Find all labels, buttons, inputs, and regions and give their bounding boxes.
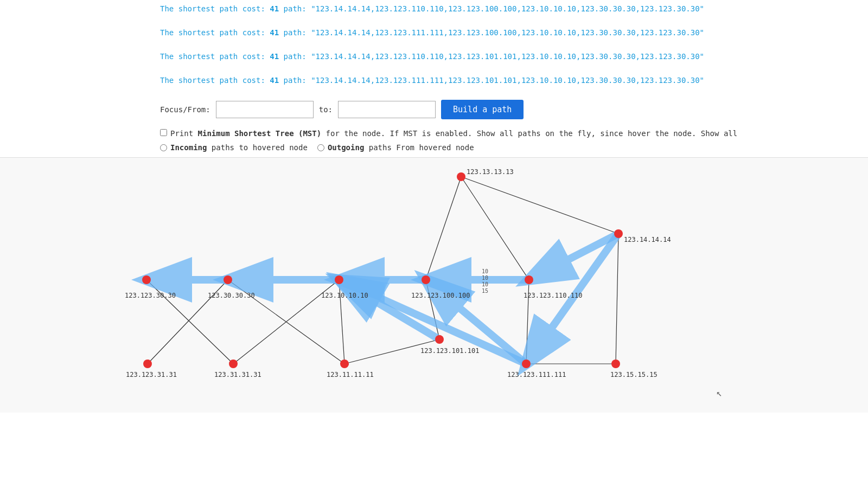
focus-from-input[interactable] [216, 101, 314, 118]
edge-n13-n3 [426, 177, 461, 280]
node-label-n10: 123.11.11.11 [327, 371, 374, 378]
build-path-button[interactable]: Build a path [441, 100, 524, 119]
mst-checkbox[interactable] [160, 129, 167, 136]
node-label-n9: 123.123.101.101 [420, 347, 479, 355]
path-text-3: path: "123.14.14.14,123.123.110.110,123.… [279, 52, 704, 61]
node-n12[interactable] [143, 359, 152, 368]
path-direction-row: Incoming paths to hovered node Outgoing … [160, 143, 868, 152]
node-label-n11: 123.31.31.31 [214, 371, 261, 378]
graph-section: 10 10 10 15 123.13.13.13 123.14.14.14 12… [0, 157, 868, 413]
node-label-n12: 123.123.31.31 [126, 371, 177, 378]
path-prefix-1: The shortest path cost: [160, 4, 270, 13]
path-text-2: path: "123.14.14.14,123.123.111.111,123.… [279, 28, 704, 37]
path-result-4: The shortest path cost: 41 path: "123.14… [160, 76, 868, 85]
path-result-1: The shortest path cost: 41 path: "123.14… [160, 4, 868, 13]
node-n7[interactable] [611, 359, 620, 368]
node-label-n8: 123.123.111.111 [507, 371, 566, 378]
incoming-radio[interactable] [160, 144, 167, 151]
to-input[interactable] [338, 101, 436, 118]
node-n4[interactable] [335, 275, 343, 284]
node-n8[interactable] [522, 359, 531, 368]
cursor-icon: ↖ [716, 387, 722, 399]
mst-options: Print Minimum Shortest Tree (MST) for th… [0, 129, 868, 152]
edge-n13-n2 [461, 177, 529, 280]
edge-weight-3: 10 [482, 281, 488, 287]
node-n9[interactable] [435, 335, 444, 344]
edge-weight-4: 15 [482, 288, 488, 294]
node-label-n2: 123.123.110.110 [524, 292, 582, 299]
path-cost-2: 41 [270, 28, 279, 37]
path-text-1: path: "123.14.14.14,123.123.110.110,123.… [279, 4, 704, 13]
path-result-3: The shortest path cost: 41 path: "123.14… [160, 52, 868, 61]
focus-from-label: Focus/From: [160, 105, 210, 114]
path-prefix-2: The shortest path cost: [160, 28, 270, 37]
node-n3[interactable] [422, 275, 430, 284]
node-label-n4: 123.10.10.10 [321, 292, 368, 299]
edge-n1-n7 [616, 234, 618, 364]
path-prefix-4: The shortest path cost: [160, 76, 270, 85]
node-label-n3: 123.123.100.100 [411, 292, 470, 299]
node-n5[interactable] [224, 275, 232, 284]
node-label-n13: 123.13.13.13 [467, 168, 514, 176]
mst-bold-label: Minimum Shortest Tree (MST) [198, 129, 322, 138]
path-cost-3: 41 [270, 52, 279, 61]
outgoing-radio[interactable] [317, 144, 324, 151]
path-prefix-3: The shortest path cost: [160, 52, 270, 61]
edge-n13-n1 [461, 177, 618, 234]
node-label-n1: 123.14.14.14 [624, 236, 671, 243]
node-n11[interactable] [229, 359, 238, 368]
outgoing-label: Outgoing paths From hovered node [328, 143, 474, 152]
edge-weight-2: 10 [482, 275, 488, 281]
hl-n9-n4 [339, 280, 439, 339]
node-label-n7: 123.15.15.15 [610, 371, 658, 378]
incoming-label: Incoming paths to hovered node [170, 143, 308, 152]
node-label-n6: 123.123.30.30 [125, 292, 176, 299]
node-n1[interactable] [614, 229, 623, 238]
node-n10[interactable] [340, 359, 349, 368]
path-results-section: The shortest path cost: 41 path: "123.14… [0, 0, 868, 85]
path-cost-1: 41 [270, 4, 279, 13]
mst-checkbox-row: Print Minimum Shortest Tree (MST) for th… [160, 129, 868, 138]
build-path-controls: Focus/From: to: Build a path [0, 100, 868, 119]
to-label: to: [319, 105, 333, 114]
path-result-2: The shortest path cost: 41 path: "123.14… [160, 28, 868, 37]
node-n6[interactable] [142, 275, 151, 284]
node-n13[interactable] [457, 172, 465, 181]
edge-weight-1: 10 [482, 268, 488, 274]
network-graph: 10 10 10 15 123.13.13.13 123.14.14.14 12… [119, 163, 749, 407]
node-n2[interactable] [525, 275, 533, 284]
path-text-4: path: "123.14.14.14,123.123.111.111,123.… [279, 76, 704, 85]
path-cost-4: 41 [270, 76, 279, 85]
node-label-n5: 123.30.30.30 [208, 292, 255, 299]
mst-print-label: Print Minimum Shortest Tree (MST) for th… [170, 129, 737, 138]
